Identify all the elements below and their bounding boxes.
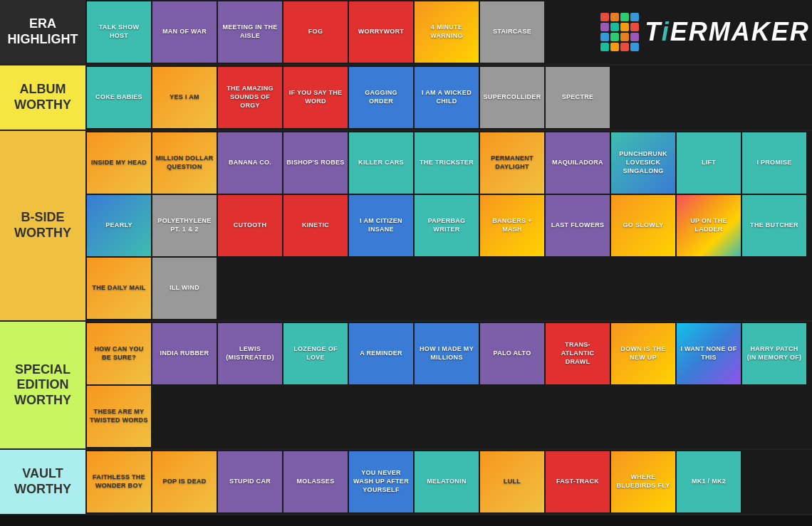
song-card[interactable]: COKE BABIES [87,67,151,128]
tier-row-album-worthy: ALBUM WORTHYCOKE BABIESYES I AMTHE AMAZI… [0,65,812,131]
tier-label-album-worthy: ALBUM WORTHY [0,65,85,130]
logo-dot [630,13,639,21]
tier-row-vault-worthy: VAULT WORTHYFAITHLESS THE WONDER BOYPOP … [0,450,812,515]
tier-row-era-highlight: ERA HIGHLIGHTTALK SHOW HOSTMAN OF WARMEE… [0,0,812,65]
song-card[interactable]: ILL WIND [152,258,217,319]
song-card[interactable]: SUPERCOLLIDER [480,67,544,128]
song-card[interactable]: IF YOU SAY THE WORD [283,67,348,128]
song-card[interactable]: LAST FLOWERS [546,195,610,256]
song-card[interactable]: FOG [283,1,348,63]
song-card[interactable]: BISHOP'S ROBES [283,132,348,194]
logo-dot [620,23,629,31]
song-card[interactable]: STAIRCASE [480,1,544,63]
song-card[interactable]: TRANS-ATLANTIC DRAWL [546,323,610,384]
song-card[interactable]: FAITHLESS THE WONDER BOY [87,451,151,512]
song-card[interactable]: UP ON THE LADDER [677,195,741,256]
song-card[interactable]: PERMANENT DAYLIGHT [480,132,544,194]
song-card[interactable]: MEETING IN THE AISLE [218,1,282,63]
song-card[interactable]: PEARLY [87,195,151,256]
logo-dot [630,33,639,41]
song-card[interactable]: POLYETHYLENE PT. 1 & 2 [152,195,217,256]
logo-dot [610,33,619,41]
song-card[interactable]: PALO ALTO [480,323,544,384]
song-card[interactable]: MAN OF WAR [152,1,217,63]
song-card[interactable]: A REMINDER [349,323,413,384]
tier-items-bside-worthy: INSIDE MY HEADMILLION DOLLAR QUESTIONBAN… [85,131,812,320]
logo-dot [620,33,629,41]
song-card[interactable]: PAPERBAG WRITER [415,195,479,256]
logo-dot [610,43,619,51]
tier-items-vault-worthy: FAITHLESS THE WONDER BOYPOP IS DEADSTUPI… [85,450,812,514]
logo-dot [620,43,629,51]
song-card[interactable]: LIFT [677,132,741,194]
song-card[interactable]: THE BUTCHER [742,195,806,256]
song-card[interactable]: BANGERS + MASH [480,195,544,256]
song-card[interactable]: TALK SHOW HOST [87,1,151,63]
logo-dot [600,43,609,51]
song-card[interactable]: I AM CITIZEN INSANE [349,195,413,256]
song-card[interactable]: THE DAILY MAIL [87,258,151,319]
song-card[interactable]: MK1 / MK2 [677,451,741,512]
song-card[interactable]: GO SLOWLY [611,195,675,256]
tier-label-vault-worthy: VAULT WORTHY [0,450,85,514]
song-card[interactable]: HARRY PATCH (IN MEMORY OF) [742,323,806,384]
song-card[interactable]: LOZENGE OF LOVE [283,323,348,384]
song-card[interactable]: I AM A WICKED CHILD [415,67,479,128]
logo-dot [610,13,619,21]
song-card[interactable]: WORRYWORT [349,1,413,63]
song-card[interactable]: FAST-TRACK [546,451,610,512]
song-card[interactable]: HOW I MADE MY MILLIONS [415,323,479,384]
tiermaker-logo: TiERMAKER [598,0,812,64]
song-card[interactable]: YES I AM [152,67,217,128]
song-card[interactable]: I PROMISE [742,132,806,194]
song-card[interactable]: INDIA RUBBER [152,323,217,384]
song-card[interactable]: I WANT NONE OF THIS [677,323,741,384]
logo-dot [620,13,629,21]
song-card[interactable]: WHERE BLUEBIRDS FLY [611,451,675,512]
logo-dot [630,43,639,51]
song-card[interactable]: LULL [480,451,544,512]
tier-items-album-worthy: COKE BABIESYES I AMTHE AMAZING SOUNDS OF… [85,65,812,130]
tier-row-special-edition: SPECIAL EDITION WORTHYHOW CAN YOU BE SUR… [0,322,812,450]
tier-row-bside-worthy: B-SIDE WORTHYINSIDE MY HEADMILLION DOLLA… [0,131,812,322]
song-card[interactable]: THESE ARE MY TWISTED WORDS [87,386,151,447]
tier-items-special-edition: HOW CAN YOU BE SURE?INDIA RUBBERLEWIS (M… [85,322,812,448]
tier-label-era-highlight: ERA HIGHLIGHT [0,0,85,64]
logo-text: TiERMAKER [645,17,809,47]
logo-dot [610,23,619,31]
song-card[interactable]: LEWIS (MISTREATED) [218,323,282,384]
song-card[interactable]: THE TRICKSTER [415,132,479,194]
song-card[interactable]: POP IS DEAD [152,451,217,512]
song-card[interactable]: SPECTRE [546,67,610,128]
song-card[interactable]: MILLION DOLLAR QUESTION [152,132,217,194]
app-container: ERA HIGHLIGHTTALK SHOW HOSTMAN OF WARMEE… [0,0,812,515]
song-card[interactable]: THE AMAZING SOUNDS OF ORGY [218,67,282,128]
song-card[interactable]: 4 MINUTE WARNING [415,1,479,63]
song-card[interactable]: HOW CAN YOU BE SURE? [87,323,151,384]
logo-dot [600,13,609,21]
song-card[interactable]: STUPID CAR [218,451,282,512]
tier-label-bside-worthy: B-SIDE WORTHY [0,131,85,320]
song-card[interactable]: YOU NEVER WASH UP AFTER YOURSELF [349,451,413,512]
song-card[interactable]: KILLER CARS [349,132,413,194]
song-card[interactable]: MOLASSES [283,451,348,512]
logo-dot [600,33,609,41]
tier-label-special-edition: SPECIAL EDITION WORTHY [0,322,85,448]
logo-dot [600,23,609,31]
song-card[interactable]: MELATONIN [415,451,479,512]
song-card[interactable]: MAQUILADORA [546,132,610,194]
song-card[interactable]: DOWN IS THE NEW UP [611,323,675,384]
song-card[interactable]: BANANA CO. [218,132,282,194]
song-card[interactable]: KINETIC [283,195,348,256]
song-card[interactable]: PUNCHDRUNK LOVESICK SINGALONG [611,132,675,194]
logo-dot [630,23,639,31]
song-card[interactable]: INSIDE MY HEAD [87,132,151,194]
song-card[interactable]: CUTOOTH [218,195,282,256]
tier-items-era-highlight: TALK SHOW HOSTMAN OF WARMEETING IN THE A… [85,0,598,64]
song-card[interactable]: GAGGING ORDER [349,67,413,128]
